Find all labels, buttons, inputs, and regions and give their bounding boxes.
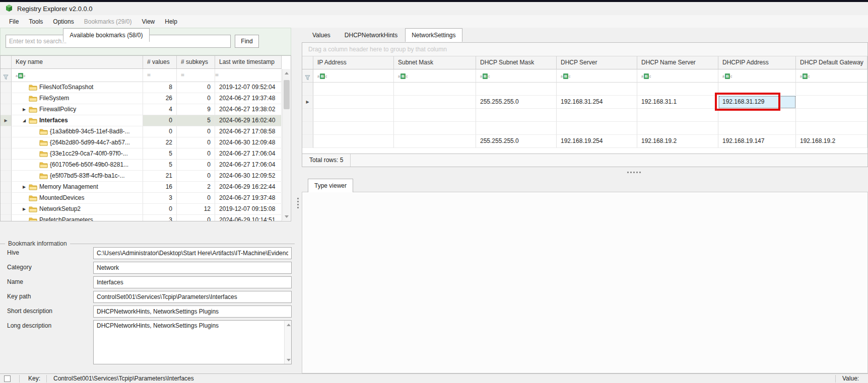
table-cell[interactable]	[394, 83, 476, 96]
grid-filter-cell[interactable]: aBc	[476, 69, 557, 83]
tree-filter-values[interactable]: =	[143, 69, 177, 82]
tree-row[interactable]: {33e1cc29-0ca7-40f0-97f0-...502024-06-27…	[1, 148, 291, 160]
table-row[interactable]: 255.255.255.0192.168.19.254192.168.19.21…	[302, 135, 867, 148]
key-name-cell[interactable]: ▶Memory Management	[12, 182, 143, 193]
tree-row[interactable]: {e5f07bd5-83ff-4cf9-ba1c-...2102024-06-3…	[1, 171, 291, 182]
key-path-field[interactable]	[93, 291, 292, 303]
table-row[interactable]	[302, 83, 867, 96]
table-cell[interactable]	[718, 122, 796, 135]
key-name-cell[interactable]: ◢Interfaces	[12, 115, 143, 126]
table-cell[interactable]	[796, 83, 867, 96]
key-name-cell[interactable]: FileSystem	[12, 93, 143, 104]
tree-row[interactable]: ▶Memory Management1622024-06-29 16:22:44	[1, 182, 291, 193]
scrollbar-up-arrow[interactable]	[283, 69, 291, 77]
key-name-cell[interactable]: ▶NetworkSetup2	[12, 204, 143, 215]
grid-filter-cell[interactable]: aBc	[557, 69, 637, 83]
key-name-cell[interactable]: {e5f07bd5-83ff-4cf9-ba1c-...	[12, 171, 143, 182]
key-name-cell[interactable]: {33e1cc29-0ca7-40f0-97f0-...	[12, 148, 143, 160]
tree-vertical-scrollbar[interactable]	[282, 69, 290, 220]
tab-values[interactable]: Values	[306, 29, 337, 42]
key-name-cell[interactable]: FilesNotToSnapshot	[12, 82, 143, 93]
tree-col-timestamp[interactable]: Last write timestamp	[215, 56, 282, 69]
expanded-arrow-icon[interactable]: ◢	[20, 115, 29, 126]
table-cell[interactable]: 255.255.255.0	[476, 96, 557, 109]
grid-filter-cell[interactable]: aBc	[718, 69, 796, 83]
tab-available-bookmarks[interactable]: Available bookmarks (58/0)	[63, 28, 149, 42]
tree-col-subkeys[interactable]: # subkeys	[177, 56, 215, 69]
grid-col-dhcp-server[interactable]: DHCP Server	[557, 56, 637, 69]
grid-col-dhcp-subnet-mask[interactable]: DHCP Subnet Mask	[476, 56, 557, 69]
table-cell[interactable]: 192.168.31.254	[557, 96, 637, 109]
scrollbar-down-arrow[interactable]	[285, 356, 293, 364]
collapsed-arrow-icon[interactable]: ▶	[20, 182, 29, 192]
key-name-cell[interactable]: MountedDevices	[12, 193, 143, 204]
table-cell[interactable]	[313, 96, 394, 109]
grid-col-subnet-mask[interactable]: Subnet Mask	[394, 56, 476, 69]
tab-type-viewer[interactable]: Type viewer	[308, 179, 353, 192]
grid-filter-cell[interactable]: aBc	[796, 69, 867, 83]
table-cell[interactable]	[394, 109, 476, 122]
name-field[interactable]	[93, 276, 292, 288]
table-cell[interactable]	[313, 135, 394, 148]
category-field[interactable]	[93, 262, 292, 274]
table-cell[interactable]	[796, 109, 867, 122]
tree-row[interactable]: ▶◢Interfaces052024-06-29 16:02:40	[1, 115, 291, 126]
table-cell[interactable]	[796, 122, 867, 135]
table-cell[interactable]	[476, 83, 557, 96]
table-cell[interactable]	[476, 122, 557, 135]
key-name-cell[interactable]: {1a3a6bb9-34c5-11ef-8ad8-...	[12, 126, 143, 137]
key-name-cell[interactable]: {264b2d80-5d99-44c7-ab57...	[12, 137, 143, 148]
table-cell[interactable]: 192.168.19.2	[637, 135, 718, 148]
tree-col-key-name[interactable]: Key name	[12, 56, 143, 69]
tree-row[interactable]: {1a3a6bb9-34c5-11ef-8ad8-...002024-06-27…	[1, 126, 291, 137]
tab-networksettings[interactable]: NetworkSettings	[405, 28, 462, 42]
grid-filter-cell[interactable]: aBc	[637, 69, 718, 83]
table-cell[interactable]	[637, 83, 718, 96]
menu-tools[interactable]: Tools	[24, 17, 48, 27]
table-row[interactable]	[302, 109, 867, 122]
key-name-cell[interactable]: PrefetchParameters	[12, 215, 143, 221]
collapsed-arrow-icon[interactable]: ▶	[20, 204, 29, 214]
table-cell[interactable]: 192.168.31.129	[718, 96, 796, 109]
tree-row[interactable]: ▶FirewallPolicy492024-06-27 19:38:02	[1, 104, 291, 115]
tree-filter-timestamp[interactable]: =	[215, 69, 282, 82]
grid-filter-cell[interactable]: aBc	[394, 69, 476, 83]
tree-col-values[interactable]: # values	[143, 56, 177, 69]
grid-col-dhcpip-address[interactable]: DHCPIP Address	[718, 56, 796, 69]
table-cell[interactable]	[637, 109, 718, 122]
find-button[interactable]: Find	[235, 35, 259, 48]
tree-row[interactable]: MountedDevices302024-06-27 19:37:48	[1, 193, 291, 204]
tree-row[interactable]: FilesNotToSnapshot802019-12-07 09:52:04	[1, 82, 291, 93]
key-name-cell[interactable]: {601705e6-b50f-49b0-8281...	[12, 160, 143, 171]
tree-row[interactable]: {264b2d80-5d99-44c7-ab57...2202024-06-30…	[1, 137, 291, 148]
tree-row[interactable]: PrefetchParameters302024-06-29 10:14:51	[1, 215, 291, 221]
table-cell[interactable]: 192.168.19.254	[557, 135, 637, 148]
vertical-splitter[interactable]	[295, 28, 302, 373]
scrollbar-up-arrow[interactable]	[285, 321, 293, 329]
table-cell[interactable]: 192.168.19.147	[718, 135, 796, 148]
table-cell[interactable]	[313, 109, 394, 122]
table-cell[interactable]	[557, 109, 637, 122]
table-cell[interactable]	[394, 96, 476, 109]
status-checkbox[interactable]	[4, 375, 11, 382]
menu-help[interactable]: Help	[160, 17, 182, 27]
short-description-field[interactable]	[93, 305, 292, 318]
table-row[interactable]	[302, 122, 867, 135]
table-cell[interactable]	[394, 135, 476, 148]
scrollbar-down-arrow[interactable]	[283, 212, 291, 220]
grid-col-dhcp-name-server[interactable]: DHCP Name Server	[637, 56, 718, 69]
table-cell[interactable]: 255.255.255.0	[476, 135, 557, 148]
tree-row[interactable]: FileSystem2602024-06-27 19:37:48	[1, 93, 291, 104]
table-cell[interactable]	[557, 83, 637, 96]
grid-filter-cell[interactable]: aBc	[313, 69, 394, 83]
menu-view[interactable]: View	[137, 17, 160, 27]
table-row[interactable]: ▶255.255.255.0192.168.31.254192.168.31.1…	[302, 96, 867, 109]
table-cell[interactable]	[313, 83, 394, 96]
menu-file[interactable]: File	[4, 17, 24, 27]
long-description-field[interactable]: DHCPNetworkHints, NetworkSettings Plugin…	[93, 320, 292, 364]
long-description-scrollbar[interactable]	[284, 321, 291, 364]
grid-col-dhcp-default-gateway[interactable]: DHCP Default Gateway	[796, 56, 867, 69]
table-cell[interactable]	[557, 122, 637, 135]
key-name-cell[interactable]: ▶FirewallPolicy	[12, 104, 143, 115]
group-by-bar[interactable]: Drag a column header here to group by th…	[302, 43, 867, 56]
